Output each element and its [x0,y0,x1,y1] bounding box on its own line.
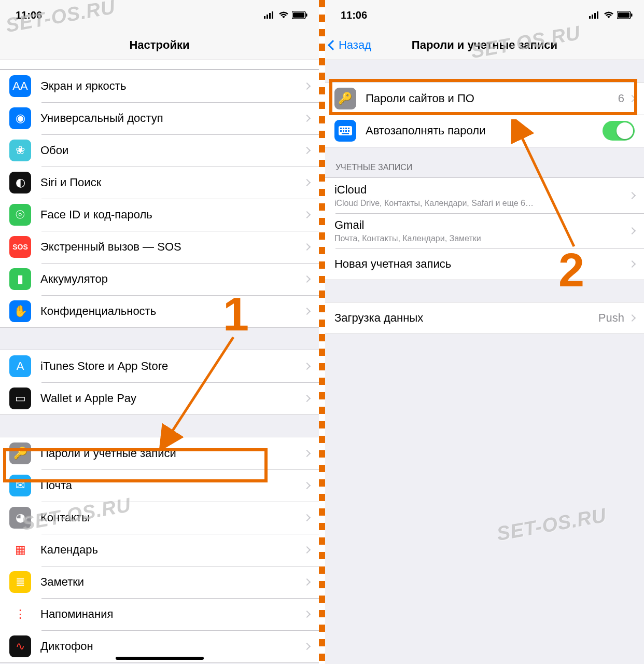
row-siri[interactable]: ◐Siri и Поиск [0,167,319,199]
svg-rect-5 [293,12,304,18]
nav-title: Настройки [129,38,189,52]
row-accessibility[interactable]: ◉Универсальный доступ [0,102,319,134]
chevron-right-icon [303,643,311,650]
chevron-right-icon [303,611,311,618]
row-label: Siri и Поиск [40,176,304,189]
chevron-right-icon [303,514,311,521]
row-account-icloud[interactable]: iCloudiCloud Drive, Контакты, Календари,… [325,178,644,213]
row-label: Напоминания [40,607,304,621]
screenshot-left: 11:06 Настройки AAЭкран и яркость◉Универ… [0,0,319,664]
row-sos[interactable]: SOSЭкстренный вызов — SOS [0,231,319,263]
svg-rect-17 [343,128,344,129]
row-autofill-passwords[interactable]: Автозаполнять пароли [325,115,644,147]
svg-rect-0 [264,16,265,19]
passwords-group: 🔑 Пароли сайтов и ПО 6 Автозаполнять пар… [325,82,644,147]
chevron-right-icon [303,395,311,402]
status-time: 11:06 [341,9,367,21]
nav-title: Пароли и учетные записи [412,38,557,52]
autofill-toggle[interactable] [603,121,635,141]
back-label: Назад [339,38,371,52]
chevron-right-icon [303,363,311,370]
reminders-icon: ⋮ [9,603,31,625]
row-account-gmail[interactable]: GmailПочта, Контакты, Календари, Заметки [325,213,644,248]
row-fetch-data[interactable]: Загрузка данных Push [325,302,644,334]
chevron-right-icon [303,211,311,218]
settings-group-2: AiTunes Store и App Store▭Wallet и Apple… [0,350,319,415]
status-bar: 11:06 [325,0,644,30]
svg-rect-3 [272,11,273,19]
wifi-icon [278,9,289,21]
chevron-left-icon [328,40,338,50]
row-label: Пароли сайтов и ПО [366,92,618,105]
row-count: 6 [618,92,624,105]
settings-group-3: 🔑Пароли и учетные записи✉Почта◕Контакты▦… [0,437,319,663]
chevron-right-icon [303,308,311,315]
row-label: Универсальный доступ [40,112,304,125]
accounts-header: Учетные записи [325,147,644,177]
key-icon: 🔑 [334,88,356,109]
row-label: iCloud [334,183,629,197]
svg-rect-20 [340,130,342,132]
chevron-right-icon [303,450,311,457]
row-passwords[interactable]: 🔑Пароли и учетные записи [0,437,319,469]
row-label: Новая учетная запись [334,257,629,271]
itunes-icon: A [9,355,31,377]
row-label: Аккумулятор [40,272,304,286]
mail-icon: ✉ [9,475,31,496]
row-account-add[interactable]: Новая учетная запись [325,248,644,280]
battery-icon [617,9,633,21]
row-display[interactable]: AAЭкран и яркость [0,70,319,102]
svg-rect-2 [269,13,271,19]
settings-group-1: AAЭкран и яркость◉Универсальный доступ❀О… [0,70,319,328]
row-calendar[interactable]: ▦Календарь [0,534,319,566]
accessibility-icon: ◉ [9,107,31,129]
row-label: Почта [40,479,304,492]
row-wallpaper[interactable]: ❀Обои [0,134,319,167]
battery-icon [292,9,307,21]
watermark: SET-OS.RU [495,504,608,545]
chevron-right-icon [303,578,311,586]
row-itunes[interactable]: AiTunes Store и App Store [0,350,319,382]
row-label: Контакты [40,511,304,524]
svg-rect-11 [597,11,598,19]
row-mail[interactable]: ✉Почта [0,469,319,502]
row-subtitle: iCloud Drive, Контакты, Календари, Safar… [334,199,629,208]
screenshot-right: 11:06 Назад Пароли и учетные записи [325,0,644,664]
row-battery[interactable]: ▮Аккумулятор [0,263,319,295]
row-label: Загрузка данных [334,311,598,325]
row-label: Пароли и учетные записи [40,447,304,460]
svg-rect-10 [594,13,596,19]
chevron-right-icon [628,95,636,102]
chevron-right-icon [303,115,311,122]
svg-rect-19 [348,128,349,129]
row-wallet[interactable]: ▭Wallet и Apple Pay [0,382,319,414]
status-time: 11:06 [16,9,42,21]
status-indicators [264,9,307,21]
row-notes[interactable]: ≣Заметки [0,566,319,598]
row-privacy[interactable]: ✋Конфиденциальность [0,295,319,327]
back-button[interactable]: Назад [329,38,371,52]
notes-icon: ≣ [9,571,31,593]
passwords-icon: 🔑 [9,442,31,464]
row-label: Wallet и Apple Pay [40,392,304,405]
status-indicators [589,9,633,21]
row-label: Экстренный вызов — SOS [40,240,304,254]
home-indicator [116,657,204,660]
wallet-icon: ▭ [9,388,31,409]
display-icon: AA [9,75,31,97]
nav-bar: Настройки [0,30,319,60]
row-website-passwords[interactable]: 🔑 Пароли сайтов и ПО 6 [325,82,644,115]
row-faceid[interactable]: ⦾Face ID и код-пароль [0,199,319,231]
calendar-icon: ▦ [9,539,31,561]
chevron-right-icon [303,82,311,90]
svg-rect-24 [342,133,349,134]
contacts-icon: ◕ [9,507,31,529]
row-reminders[interactable]: ⋮Напоминания [0,598,319,630]
status-bar: 11:06 [0,0,319,30]
svg-rect-8 [589,16,591,19]
row-contacts[interactable]: ◕Контакты [0,502,319,534]
row-label: Заметки [40,575,304,589]
row-label: Конфиденциальность [40,305,304,318]
faceid-icon: ⦾ [9,204,31,226]
svg-rect-1 [267,15,268,19]
